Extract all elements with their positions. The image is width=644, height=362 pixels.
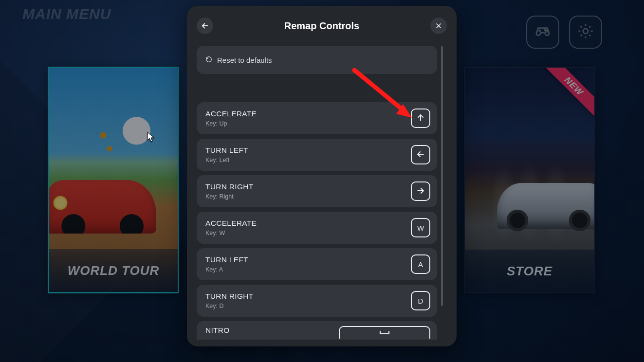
keycap-left[interactable] [411, 145, 430, 164]
control-name: ACCELERATE [205, 109, 257, 118]
back-button[interactable] [197, 18, 213, 34]
refresh-icon [205, 56, 212, 64]
arrow-left-icon [201, 21, 209, 30]
control-row-nitro[interactable]: NITRO [197, 321, 437, 340]
spacebar-icon [379, 329, 390, 337]
keycap-d[interactable]: D [411, 291, 430, 310]
controls-scroll-area[interactable]: Reset to defaults ACCELERATE Key: Up TUR… [197, 46, 437, 346]
control-row-turn-right[interactable]: TURN RIGHT Key: Right [197, 175, 437, 207]
control-name: TURN RIGHT [205, 292, 254, 301]
modal-title: Remap Controls [187, 20, 457, 32]
control-row-turn-left-a[interactable]: TURN LEFT Key: A A [197, 248, 437, 280]
control-row-turn-left[interactable]: TURN LEFT Key: Left [197, 139, 437, 171]
keycap-space[interactable] [339, 326, 430, 339]
reset-label: Reset to defaults [217, 56, 272, 64]
modal-body: Reset to defaults ACCELERATE Key: Up TUR… [197, 46, 447, 346]
close-button[interactable] [430, 18, 447, 34]
control-key-label: Key: D [205, 303, 254, 309]
keycap-up[interactable] [411, 109, 430, 128]
keycap-w[interactable]: W [411, 218, 430, 237]
control-text: TURN LEFT Key: A [205, 255, 248, 273]
control-text: TURN LEFT Key: Left [205, 146, 248, 163]
control-row-turn-right-d[interactable]: TURN RIGHT Key: D D [197, 285, 437, 317]
control-row-accelerate-up[interactable]: ACCELERATE Key: Up [197, 102, 437, 134]
control-key-label: Key: A [205, 266, 248, 273]
control-name: NITRO [205, 326, 230, 335]
close-icon [435, 22, 442, 30]
reset-to-defaults[interactable]: Reset to defaults [197, 46, 437, 74]
control-text: TURN RIGHT Key: Right [205, 182, 254, 200]
modal-header: Remap Controls [197, 15, 447, 37]
arrow-left-icon [416, 149, 425, 161]
control-text: TURN RIGHT Key: D [205, 292, 254, 309]
control-text: NITRO [205, 326, 230, 335]
keycap-a[interactable]: A [411, 254, 430, 274]
control-text: ACCELERATE Key: W [205, 219, 257, 236]
control-key-label: Key: W [205, 230, 257, 236]
arrow-right-icon [416, 186, 425, 197]
arrow-up-icon [416, 113, 425, 124]
control-name: TURN LEFT [205, 255, 248, 264]
control-key-label: Key: Up [205, 120, 257, 127]
control-key-label: Key: Left [205, 157, 248, 163]
control-key-label: Key: Right [205, 193, 254, 200]
scrollbar[interactable] [441, 46, 443, 342]
keycap-right[interactable] [411, 181, 430, 201]
control-text: ACCELERATE Key: Up [205, 109, 257, 127]
control-name: ACCELERATE [205, 219, 257, 228]
control-row-accelerate-w[interactable]: ACCELERATE Key: W W [197, 212, 437, 244]
control-name: TURN LEFT [205, 146, 248, 155]
control-name: TURN RIGHT [205, 182, 254, 191]
remap-controls-modal: Remap Controls Reset to defaults ACCELER… [187, 6, 457, 346]
scrollbar-thumb[interactable] [441, 46, 443, 306]
